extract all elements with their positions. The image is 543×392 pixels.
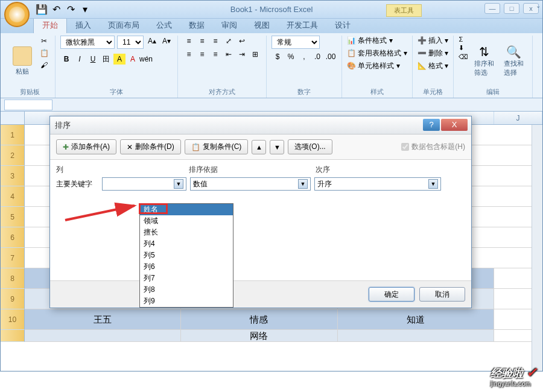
row-header[interactable] xyxy=(1,330,25,342)
format-table-button[interactable]: 📋 套用表格格式 ▾ xyxy=(347,48,407,58)
cut-icon[interactable]: ✂ xyxy=(38,36,50,46)
col-header-j[interactable]: J xyxy=(494,112,542,124)
shrink-font-icon[interactable]: A▾ xyxy=(160,36,173,46)
tab-formulas[interactable]: 公式 xyxy=(148,17,180,33)
cancel-button[interactable]: 取消 xyxy=(419,287,465,302)
cell[interactable]: 知道 xyxy=(338,309,494,330)
underline-button[interactable]: U xyxy=(87,54,99,65)
redo-icon[interactable]: ↷ xyxy=(65,4,77,16)
currency-icon[interactable]: $ xyxy=(272,51,284,62)
name-box[interactable] xyxy=(4,100,52,110)
bold-button[interactable]: B xyxy=(60,54,72,65)
tab-home[interactable]: 开始 xyxy=(33,17,67,33)
dropdown-item[interactable]: 列5 xyxy=(140,250,233,261)
fill-color-button[interactable]: A xyxy=(113,54,125,65)
clear-button[interactable]: ⌫ xyxy=(459,53,468,61)
font-size-combo[interactable]: 11 xyxy=(117,36,144,49)
tab-insert[interactable]: 插入 xyxy=(67,17,100,33)
dropdown-item[interactable]: 列7 xyxy=(140,273,233,284)
sort-on-combo[interactable]: 数值▼ xyxy=(190,177,311,191)
font-name-combo[interactable]: 微软雅黑 xyxy=(60,36,115,49)
cell[interactable]: 情感 xyxy=(181,309,337,330)
grow-font-icon[interactable]: A▴ xyxy=(146,36,158,46)
office-button[interactable] xyxy=(4,2,30,27)
italic-button[interactable]: I xyxy=(74,54,86,65)
cell[interactable]: 王五 xyxy=(25,309,181,330)
delete-level-button[interactable]: ✕删除条件(D) xyxy=(120,139,181,154)
vertical-scrollbar[interactable] xyxy=(532,125,542,371)
sort-column-combo[interactable]: ▼ xyxy=(102,177,186,191)
autosum-button[interactable]: Σ xyxy=(459,36,468,43)
tab-layout[interactable]: 页面布局 xyxy=(100,17,148,33)
copy-level-button[interactable]: 📋复制条件(C) xyxy=(185,139,249,154)
find-select-button[interactable]: 🔍 查找和 选择 xyxy=(500,36,527,86)
row-header[interactable]: 3 xyxy=(1,166,25,186)
row-header[interactable]: 1 xyxy=(1,125,25,145)
header-checkbox-label[interactable]: 数据包含标题(H) xyxy=(401,142,465,152)
indent-dec-icon[interactable]: ⇤ xyxy=(223,49,235,60)
options-button[interactable]: 选项(O)... xyxy=(288,139,332,154)
copy-icon[interactable]: 📋 xyxy=(38,48,50,58)
row-header[interactable]: 4 xyxy=(1,186,25,207)
sort-filter-button[interactable]: ⇅ 排序和 筛选 xyxy=(471,36,498,86)
dropdown-item[interactable]: 列8 xyxy=(140,284,233,296)
font-color-button[interactable]: A xyxy=(127,54,139,65)
tab-view[interactable]: 视图 xyxy=(246,17,278,33)
border-button[interactable]: 田 xyxy=(100,54,112,65)
cell[interactable]: 网络 xyxy=(181,330,337,342)
ok-button[interactable]: 确定 xyxy=(369,287,414,302)
header-checkbox[interactable] xyxy=(401,143,409,151)
number-format-combo[interactable]: 常规 xyxy=(272,36,320,49)
fill-button[interactable]: ⬇ xyxy=(459,44,468,52)
format-painter-icon[interactable]: 🖌 xyxy=(38,60,50,71)
insert-cells-button[interactable]: ➕ 插入 ▾ xyxy=(418,36,449,46)
sort-order-combo[interactable]: 升序▼ xyxy=(314,177,441,191)
select-all-corner[interactable] xyxy=(1,112,25,124)
cell[interactable] xyxy=(338,330,494,342)
align-bottom-icon[interactable]: ≡ xyxy=(209,36,221,46)
row-header[interactable]: 5 xyxy=(1,207,25,227)
row-header[interactable]: 7 xyxy=(1,248,25,268)
align-right-icon[interactable]: ≡ xyxy=(209,49,221,60)
align-left-icon[interactable]: ≡ xyxy=(183,49,195,60)
cell-styles-button[interactable]: 🎨 单元格样式 ▾ xyxy=(347,61,407,71)
row-header[interactable]: 8 xyxy=(1,268,25,289)
expand-formula-icon[interactable]: ⌄ xyxy=(536,2,541,9)
move-down-button[interactable]: ▼ xyxy=(270,140,284,154)
dropdown-item[interactable]: 领域 xyxy=(140,215,233,227)
dropdown-item[interactable]: 擅长 xyxy=(140,227,233,238)
row-header[interactable]: 6 xyxy=(1,227,25,248)
align-middle-icon[interactable]: ≡ xyxy=(196,36,208,46)
tab-data[interactable]: 数据 xyxy=(180,17,213,33)
phonetic-button[interactable]: wén xyxy=(140,54,152,65)
minimize-button[interactable]: — xyxy=(484,3,500,14)
qat-dropdown-icon[interactable]: ▾ xyxy=(79,4,91,16)
dialog-close-button[interactable]: X xyxy=(441,119,468,131)
align-center-icon[interactable]: ≡ xyxy=(196,49,208,60)
dialog-help-button[interactable]: ? xyxy=(423,119,440,131)
tab-review[interactable]: 审阅 xyxy=(213,17,246,33)
save-icon[interactable]: 💾 xyxy=(36,4,48,16)
tab-design[interactable]: 设计 xyxy=(326,17,359,33)
dropdown-item[interactable]: 列6 xyxy=(140,261,233,273)
merge-icon[interactable]: ⊞ xyxy=(249,49,261,60)
dropdown-item[interactable]: 列9 xyxy=(140,296,233,307)
percent-icon[interactable]: % xyxy=(285,51,297,62)
row-header[interactable]: 2 xyxy=(1,145,25,166)
paste-button[interactable]: 粘贴 xyxy=(9,36,36,86)
delete-cells-button[interactable]: ➖ 删除 ▾ xyxy=(418,48,449,58)
dec-decimal-icon[interactable]: .00 xyxy=(325,51,337,62)
dropdown-item[interactable]: 列4 xyxy=(140,238,233,250)
row-header[interactable]: 10 xyxy=(1,309,25,330)
undo-icon[interactable]: ↶ xyxy=(50,4,62,16)
format-cells-button[interactable]: 📐 格式 ▾ xyxy=(418,61,449,71)
wrap-text-icon[interactable]: ↩ xyxy=(236,36,248,46)
tab-dev[interactable]: 开发工具 xyxy=(278,17,326,33)
comma-icon[interactable]: , xyxy=(298,51,310,62)
align-top-icon[interactable]: ≡ xyxy=(183,36,195,46)
conditional-format-button[interactable]: 📊 条件格式 ▾ xyxy=(347,36,407,46)
dropdown-item[interactable]: 姓名 xyxy=(140,204,233,215)
maximize-button[interactable]: □ xyxy=(504,3,519,14)
orientation-icon[interactable]: ⤢ xyxy=(223,36,235,46)
cell[interactable] xyxy=(25,330,181,342)
